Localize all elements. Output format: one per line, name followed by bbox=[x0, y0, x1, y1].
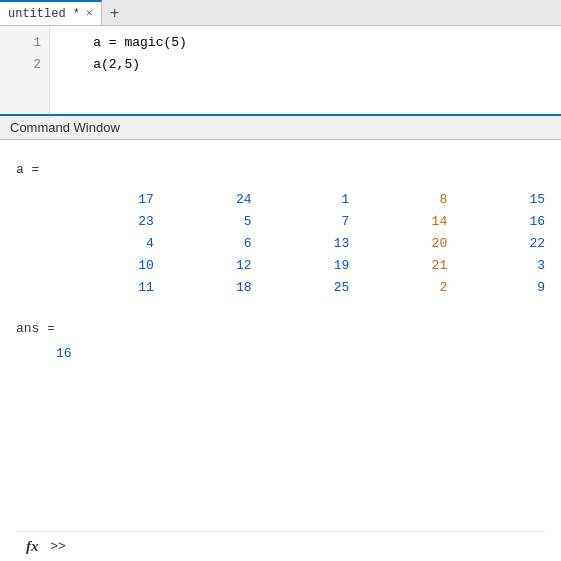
line-number-1: 1 bbox=[8, 32, 41, 54]
matrix-cell: 12 bbox=[154, 255, 252, 277]
ans-value: 16 bbox=[56, 346, 72, 361]
matrix-row: 23571416 bbox=[56, 211, 545, 233]
matrix-row: 46132022 bbox=[56, 233, 545, 255]
matrix-cell: 7 bbox=[252, 211, 350, 233]
matrix-cell: 23 bbox=[56, 211, 154, 233]
tab-label: untitled * bbox=[8, 7, 80, 21]
matrix-cell: 3 bbox=[447, 255, 545, 277]
tab-bar: untitled * ✕ + bbox=[0, 0, 561, 26]
add-tab-button[interactable]: + bbox=[102, 0, 128, 25]
editor-area: 1 2 a = magic(5) a(2,5) bbox=[0, 26, 561, 116]
matrix-cell: 2 bbox=[349, 277, 447, 299]
prompt-arrows: >> bbox=[43, 539, 66, 554]
matrix-table: 1724181523571416461320221012192131118252… bbox=[56, 189, 545, 299]
matrix-row: 17241815 bbox=[56, 189, 545, 211]
code-area[interactable]: a = magic(5) a(2,5) bbox=[50, 26, 561, 114]
matrix-cell: 15 bbox=[447, 189, 545, 211]
command-window-header: Command Window bbox=[0, 116, 561, 140]
matrix-cell: 5 bbox=[154, 211, 252, 233]
ans-label: ans = bbox=[16, 321, 55, 336]
active-tab[interactable]: untitled * ✕ bbox=[0, 0, 102, 25]
output-a-label: a = bbox=[16, 162, 39, 177]
matrix-cell: 11 bbox=[56, 277, 154, 299]
prompt-bar[interactable]: fx >> bbox=[16, 531, 545, 561]
matrix-cell: 17 bbox=[56, 189, 154, 211]
code-line-1: a = magic(5) bbox=[62, 32, 549, 54]
matrix-cell: 19 bbox=[252, 255, 350, 277]
matrix-cell: 18 bbox=[154, 277, 252, 299]
matrix-cell: 10 bbox=[56, 255, 154, 277]
matrix-cell: 16 bbox=[447, 211, 545, 233]
code-text-2: a(2,5) bbox=[62, 54, 140, 76]
matrix-cell: 4 bbox=[56, 233, 154, 255]
matrix-cell: 25 bbox=[252, 277, 350, 299]
matrix-cell: 24 bbox=[154, 189, 252, 211]
matrix-cell: 22 bbox=[447, 233, 545, 255]
matrix-cell: 9 bbox=[447, 277, 545, 299]
prompt-fx-icon: fx bbox=[26, 538, 39, 555]
matrix-cell: 8 bbox=[349, 189, 447, 211]
tab-close-icon[interactable]: ✕ bbox=[86, 8, 93, 19]
matrix-row: 11182529 bbox=[56, 277, 545, 299]
matrix-cell: 14 bbox=[349, 211, 447, 233]
command-window-title: Command Window bbox=[10, 120, 120, 135]
matrix-cell: 20 bbox=[349, 233, 447, 255]
matrix-cell: 13 bbox=[252, 233, 350, 255]
line-numbers: 1 2 bbox=[0, 26, 50, 114]
matrix-row: 101219213 bbox=[56, 255, 545, 277]
code-text-1: a = magic(5) bbox=[62, 32, 187, 54]
matrix-cell: 6 bbox=[154, 233, 252, 255]
line-number-2: 2 bbox=[8, 54, 41, 76]
matrix-cell: 1 bbox=[252, 189, 350, 211]
code-line-2: a(2,5) bbox=[62, 54, 549, 76]
command-window-body[interactable]: a = 172418152357141646132022101219213111… bbox=[0, 140, 561, 561]
matrix-cell: 21 bbox=[349, 255, 447, 277]
